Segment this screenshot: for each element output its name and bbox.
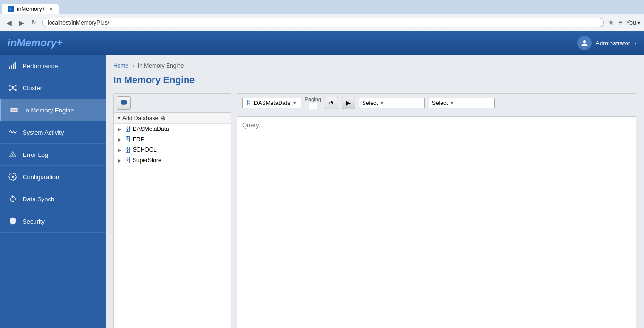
svg-line-9 bbox=[11, 86, 13, 87]
browser-user-label: You ▾ bbox=[626, 19, 640, 26]
sidebar-item-security[interactable]: Security bbox=[0, 210, 106, 233]
sidebar-label-configuration: Configuration bbox=[23, 173, 59, 181]
back-button[interactable]: ◀ bbox=[4, 17, 14, 28]
activity-icon bbox=[8, 127, 18, 138]
content-area: ▾ Add Database ⊕ ▶ 🗄 DASMetaData ▶ 🗄 ERP bbox=[113, 93, 636, 328]
sidebar-label-data-synch: Data Synch bbox=[23, 196, 54, 203]
add-icon: ⊕ bbox=[161, 115, 166, 121]
main-layout: Performance Cluster In Memory Engine Sys… bbox=[0, 55, 644, 328]
reload-button[interactable]: ↻ bbox=[28, 17, 39, 28]
svg-line-12 bbox=[13, 89, 15, 90]
performance-icon bbox=[8, 60, 18, 71]
main-content: Home › In Memory Engine In Memory Engine… bbox=[106, 55, 644, 328]
selected-db-label: DASMetaData bbox=[254, 100, 290, 106]
paging-label: Paging bbox=[305, 96, 321, 102]
database-selector[interactable]: 🗄 DASMetaData ▼ bbox=[242, 98, 301, 108]
user-dropdown-arrow[interactable]: ▾ bbox=[634, 41, 636, 46]
breadcrumb: Home › In Memory Engine bbox=[113, 62, 636, 69]
svg-point-4 bbox=[12, 87, 14, 89]
db-icon-dasmetadata: 🗄 bbox=[124, 125, 131, 133]
sidebar-label-performance: Performance bbox=[23, 62, 58, 69]
db-label-erp: ERP bbox=[133, 136, 144, 143]
select2-label: Select bbox=[432, 100, 448, 106]
url-text: localhost/inMemoryPlus/ bbox=[48, 19, 109, 26]
svg-line-11 bbox=[11, 89, 13, 90]
paging-checkbox[interactable] bbox=[309, 103, 317, 109]
cluster-icon bbox=[8, 83, 18, 93]
select1-label: Select bbox=[362, 100, 378, 106]
add-database-label: Add Database bbox=[122, 115, 158, 121]
bookmark-icon[interactable]: ★ bbox=[608, 18, 614, 27]
db-selector-arrow: ▼ bbox=[292, 100, 297, 105]
browser-menu-icon[interactable]: ≡ bbox=[618, 18, 622, 27]
browser-tab[interactable]: i inMemory+ ✕ bbox=[2, 4, 59, 14]
db-icon-superstore: 🗄 bbox=[124, 156, 131, 164]
forward-button[interactable]: ▶ bbox=[16, 17, 26, 28]
security-icon bbox=[8, 216, 18, 226]
tab-bar: i inMemory+ ✕ bbox=[0, 0, 644, 14]
add-database-button[interactable] bbox=[117, 96, 131, 110]
select1-arrow: ▼ bbox=[380, 100, 384, 105]
svg-point-5 bbox=[9, 85, 11, 87]
sidebar-item-system-activity[interactable]: System Activity bbox=[0, 121, 106, 144]
sidebar-label-cluster: Cluster bbox=[23, 85, 42, 92]
db-label-school: SCHOOL bbox=[133, 147, 157, 153]
svg-rect-14 bbox=[12, 109, 13, 112]
run-query-button[interactable]: ▶ bbox=[342, 97, 355, 109]
url-bar[interactable]: localhost/inMemoryPlus/ bbox=[42, 18, 604, 27]
breadcrumb-home[interactable]: Home bbox=[113, 62, 128, 69]
collapse-icon: ▾ bbox=[118, 115, 120, 121]
query-toolbar: 🗄 DASMetaData ▼ Paging ↺ ▶ Select ▼ bbox=[237, 93, 636, 112]
sidebar-label-in-memory-engine: In Memory Engine bbox=[24, 107, 74, 114]
expand-icon-dasmetadata: ▶ bbox=[118, 127, 122, 132]
tree-item-dasmetadata[interactable]: ▶ 🗄 DASMetaData bbox=[114, 124, 231, 134]
db-label-superstore: SuperStore bbox=[133, 157, 161, 164]
error-icon bbox=[8, 149, 18, 160]
sidebar-item-in-memory-engine[interactable]: In Memory Engine bbox=[0, 99, 106, 121]
query-textarea[interactable] bbox=[237, 116, 636, 328]
tree-item-erp[interactable]: ▶ 🗄 ERP bbox=[114, 134, 231, 145]
sidebar: Performance Cluster In Memory Engine Sys… bbox=[0, 55, 106, 328]
tab-favicon: i bbox=[8, 6, 14, 12]
expand-icon-school: ▶ bbox=[118, 147, 122, 153]
add-database-row[interactable]: ▾ Add Database ⊕ bbox=[114, 113, 231, 124]
breadcrumb-current: In Memory Engine bbox=[138, 62, 184, 69]
sidebar-item-data-synch[interactable]: Data Synch bbox=[0, 188, 106, 210]
tree-item-superstore[interactable]: ▶ 🗄 SuperStore bbox=[114, 155, 231, 165]
tab-close-button[interactable]: ✕ bbox=[49, 6, 53, 12]
svg-rect-3 bbox=[15, 62, 16, 69]
select-dropdown-1[interactable]: Select ▼ bbox=[359, 98, 425, 108]
tab-label: inMemory+ bbox=[17, 6, 45, 12]
database-tree-panel: ▾ Add Database ⊕ ▶ 🗄 DASMetaData ▶ 🗄 ERP bbox=[113, 93, 231, 328]
expand-icon-erp: ▶ bbox=[118, 137, 122, 142]
svg-line-10 bbox=[13, 86, 15, 87]
sidebar-item-cluster[interactable]: Cluster bbox=[0, 77, 106, 99]
refresh-button[interactable]: ↺ bbox=[325, 97, 338, 109]
select2-arrow: ▼ bbox=[449, 100, 454, 105]
sidebar-item-performance[interactable]: Performance bbox=[0, 55, 106, 77]
expand-icon-superstore: ▶ bbox=[118, 158, 122, 163]
memory-icon bbox=[9, 105, 19, 115]
sidebar-label-error-log: Error Log bbox=[23, 151, 48, 158]
app-header: inMemory+ Adminstrator ▾ bbox=[0, 31, 644, 55]
db-label-dasmetadata: DASMetaData bbox=[133, 126, 169, 132]
svg-rect-15 bbox=[14, 109, 15, 112]
app: inMemory+ Adminstrator ▾ Performance C bbox=[0, 31, 644, 328]
sidebar-item-error-log[interactable]: Error Log bbox=[0, 144, 106, 166]
svg-rect-0 bbox=[9, 67, 10, 69]
svg-point-8 bbox=[15, 89, 17, 91]
sidebar-label-security: Security bbox=[23, 218, 45, 225]
sidebar-item-configuration[interactable]: Configuration bbox=[0, 166, 106, 188]
address-bar: ◀ ▶ ↻ localhost/inMemoryPlus/ ★ ≡ You ▾ bbox=[0, 14, 644, 31]
svg-rect-2 bbox=[13, 64, 14, 69]
header-user-area[interactable]: Adminstrator ▾ bbox=[577, 36, 636, 50]
breadcrumb-separator: › bbox=[132, 62, 134, 69]
tree-toolbar bbox=[114, 94, 231, 113]
svg-rect-16 bbox=[15, 109, 16, 112]
page-title: In Memory Engine bbox=[113, 75, 636, 86]
tree-item-school[interactable]: ▶ 🗄 SCHOOL bbox=[114, 145, 231, 155]
db-icon-erp: 🗄 bbox=[124, 136, 131, 143]
select-dropdown-2[interactable]: Select ▼ bbox=[429, 98, 495, 108]
svg-point-6 bbox=[15, 85, 17, 87]
browser-user-area[interactable]: You ▾ bbox=[626, 19, 640, 26]
